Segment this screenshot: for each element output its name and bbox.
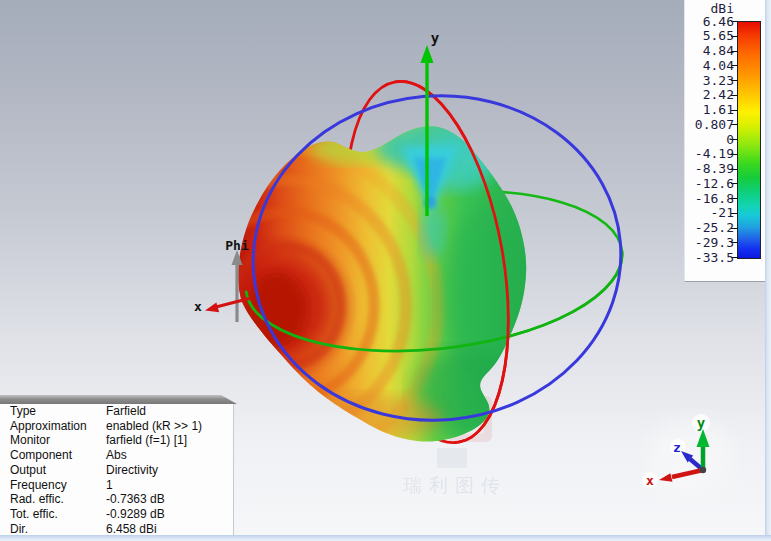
phi-label: Phi bbox=[225, 238, 249, 253]
watermark-text: 瑞利图传 bbox=[402, 474, 507, 496]
legend-tick-label: 4.04 bbox=[685, 58, 734, 73]
orientation-widget[interactable]: y z x bbox=[642, 414, 732, 493]
legend-tick-label: -4.19 bbox=[685, 146, 734, 161]
info-value: enabled (kR >> 1) bbox=[106, 419, 233, 434]
farfield-info-table: Type Farfield Approximation enabled (kR … bbox=[0, 404, 234, 536]
info-label: Output bbox=[10, 463, 106, 478]
legend-tick-label: 0.807 bbox=[685, 117, 734, 132]
table-row: Approximation enabled (kR >> 1) bbox=[0, 419, 233, 434]
info-value: Abs bbox=[106, 448, 233, 463]
legend-tick-label: 3.23 bbox=[685, 73, 734, 88]
legend-tick-label: 0 bbox=[685, 132, 734, 147]
legend-tick-label: -16.8 bbox=[685, 191, 734, 206]
legend-tick-label: -33.5 bbox=[685, 250, 734, 265]
widget-x-label: x bbox=[646, 473, 654, 488]
info-label: Component bbox=[10, 448, 106, 463]
color-scale-legend: dBi 6.46 5.65 4.84 4.04 3.23 2.42 1.61 0… bbox=[684, 0, 766, 282]
widget-origin bbox=[700, 467, 706, 473]
legend-tick-label: 5.65 bbox=[685, 28, 734, 43]
info-label: Rad. effic. bbox=[10, 492, 106, 507]
y-axis-label: y bbox=[431, 30, 440, 46]
widget-y-label: y bbox=[697, 415, 706, 431]
info-label: Frequency bbox=[10, 478, 106, 493]
table-row: Monitor farfield (f=1) [1] bbox=[0, 433, 233, 448]
table-row: Frequency 1 bbox=[0, 478, 233, 493]
table-row: Output Directivity bbox=[0, 463, 233, 478]
info-value: Farfield bbox=[106, 404, 233, 419]
legend-tick-label: -8.39 bbox=[685, 161, 734, 176]
legend-tick-label: 1.61 bbox=[685, 102, 734, 117]
info-label: Tot. effic. bbox=[10, 507, 106, 522]
window-right-edge bbox=[765, 0, 771, 541]
table-row: Rad. effic. -0.7363 dB bbox=[0, 492, 233, 507]
info-value: 1 bbox=[106, 478, 233, 493]
legend-tick-label: 2.42 bbox=[685, 87, 734, 102]
window-bottom-edge bbox=[0, 535, 771, 541]
info-value: Directivity bbox=[106, 463, 233, 478]
table-row: Type Farfield bbox=[0, 404, 233, 419]
info-value: -0.9289 dB bbox=[106, 507, 233, 522]
table-row: Component Abs bbox=[0, 448, 233, 463]
legend-tick-label: 6.46 bbox=[685, 14, 734, 29]
info-label: Approximation bbox=[10, 419, 106, 434]
legend-tick-label: -25.2 bbox=[685, 220, 734, 235]
info-label: Type bbox=[10, 404, 106, 419]
legend-tick-label: -29.3 bbox=[685, 235, 734, 250]
legend-tick-label: -21 bbox=[685, 205, 734, 220]
legend-tick-label: -12.6 bbox=[685, 176, 734, 191]
table-row: Tot. effic. -0.9289 dB bbox=[0, 507, 233, 522]
info-label: Monitor bbox=[10, 433, 106, 448]
widget-z-label: z bbox=[673, 440, 681, 455]
legend-tick-label: 4.84 bbox=[685, 43, 734, 58]
info-value: farfield (f=1) [1] bbox=[106, 433, 233, 448]
farfield-plot-window: 瑞利图传 bbox=[0, 0, 771, 541]
color-scale-bar bbox=[737, 21, 761, 259]
info-value: -0.7363 dB bbox=[106, 492, 233, 507]
x-axis-label: x bbox=[194, 299, 202, 314]
result-divider-bar bbox=[0, 395, 237, 404]
